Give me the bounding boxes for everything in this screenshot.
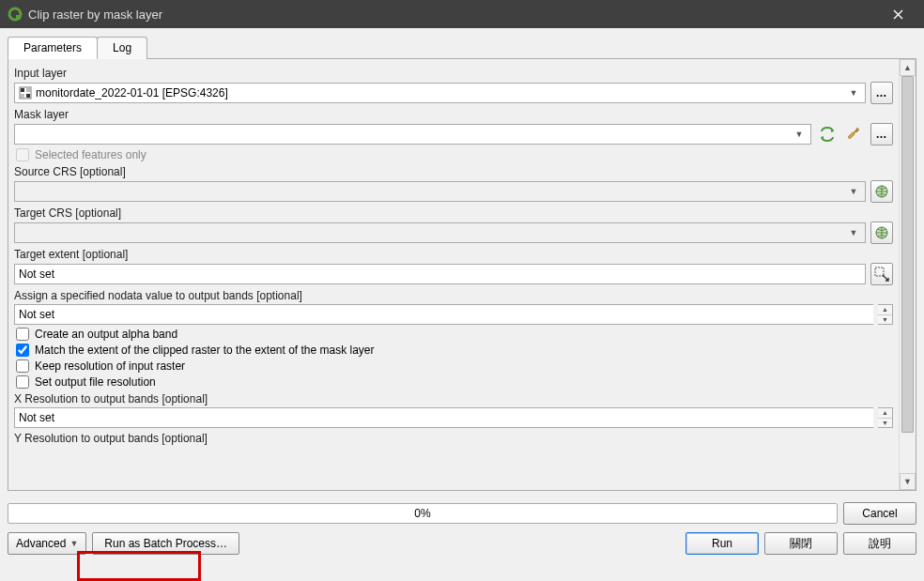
- tab-parameters[interactable]: Parameters: [8, 37, 98, 59]
- vertical-scrollbar[interactable]: ▲ ▼: [899, 59, 916, 490]
- progress-bar: 0%: [8, 503, 838, 524]
- assign-nodata-spinner[interactable]: ▲ ▼: [878, 304, 893, 325]
- spin-down-icon[interactable]: ▼: [878, 419, 892, 428]
- run-button[interactable]: Run: [685, 532, 759, 555]
- keep-resolution-row[interactable]: Keep resolution of input raster: [14, 359, 893, 373]
- mask-layer-browse-button[interactable]: …: [870, 123, 893, 145]
- cancel-button[interactable]: Cancel: [843, 502, 916, 525]
- advanced-label: Advanced: [16, 537, 66, 550]
- label-assign-nodata: Assign a specified nodata value to outpu…: [14, 289, 893, 302]
- source-crs-combo[interactable]: ▼: [14, 181, 866, 202]
- assign-nodata-value: Not set: [19, 308, 54, 321]
- label-keep-resolution: Keep resolution of input raster: [35, 359, 185, 373]
- mask-layer-settings-button[interactable]: [843, 123, 866, 145]
- match-extent-row[interactable]: Match the extent of the clipped raster t…: [14, 344, 893, 357]
- wrench-icon: [845, 125, 864, 144]
- run-as-batch-button[interactable]: Run as Batch Process…: [92, 532, 239, 555]
- x-resolution-value: Not set: [19, 411, 54, 424]
- close-button[interactable]: 關閉: [764, 532, 838, 555]
- titlebar: Clip raster by mask layer: [0, 0, 924, 28]
- keep-resolution-checkbox[interactable]: [16, 359, 29, 373]
- help-button[interactable]: 說明: [843, 532, 916, 555]
- raster-layer-icon: [19, 86, 32, 99]
- mask-layer-combo[interactable]: ▼: [14, 124, 811, 145]
- scroll-up-button[interactable]: ▲: [900, 59, 916, 76]
- dialog-body: Parameters Log Input layer monitordate_2…: [0, 28, 924, 581]
- label-target-crs: Target CRS [optional]: [14, 206, 893, 220]
- target-crs-combo[interactable]: ▼: [14, 222, 866, 243]
- match-extent-checkbox[interactable]: [16, 344, 29, 357]
- label-set-output-res: Set output file resolution: [35, 375, 156, 389]
- scroll-down-button[interactable]: ▼: [900, 473, 916, 490]
- chevron-down-icon: ▼: [846, 228, 861, 237]
- parameters-panel: Input layer monitordate_2022-01-01 [EPSG…: [8, 59, 916, 491]
- create-alpha-checkbox[interactable]: [16, 328, 29, 341]
- create-alpha-row[interactable]: Create an output alpha band: [14, 328, 893, 341]
- label-target-extent: Target extent [optional]: [14, 248, 893, 261]
- input-layer-combo[interactable]: monitordate_2022-01-01 [EPSG:4326] ▼: [14, 83, 866, 103]
- selected-features-only-row: Selected features only: [14, 148, 893, 161]
- spin-up-icon[interactable]: ▲: [878, 408, 892, 419]
- chevron-down-icon: ▼: [69, 539, 78, 548]
- svg-rect-6: [26, 94, 30, 98]
- x-resolution-spinner[interactable]: ▲ ▼: [878, 407, 893, 428]
- label-match-extent: Match the extent of the clipped raster t…: [35, 344, 375, 357]
- footer-row: Advanced ▼ Run as Batch Process… Run 關閉 …: [8, 532, 916, 555]
- selected-features-only-checkbox: [16, 148, 29, 161]
- spin-up-icon[interactable]: ▲: [878, 305, 892, 315]
- assign-nodata-input[interactable]: Not set: [14, 304, 873, 325]
- input-layer-browse-button[interactable]: …: [870, 82, 893, 104]
- svg-rect-1: [16, 15, 21, 20]
- tab-log[interactable]: Log: [97, 37, 147, 59]
- advanced-button[interactable]: Advanced ▼: [8, 532, 86, 555]
- progress-value: 0%: [414, 507, 430, 520]
- extent-picker-icon: [873, 266, 890, 283]
- set-output-res-row[interactable]: Set output file resolution: [14, 375, 893, 389]
- target-crs-select-button[interactable]: [870, 222, 893, 244]
- crs-globe-icon: [873, 183, 890, 200]
- svg-rect-5: [21, 94, 24, 98]
- mask-layer-iterate-button[interactable]: [816, 123, 839, 145]
- crs-globe-icon: [873, 224, 890, 241]
- tabstrip: Parameters Log: [8, 36, 916, 59]
- x-resolution-input[interactable]: Not set: [14, 407, 873, 428]
- window-title: Clip raster by mask layer: [28, 8, 879, 22]
- chevron-down-icon: ▼: [792, 130, 807, 139]
- label-mask-layer: Mask layer: [14, 108, 893, 121]
- progress-row: 0% Cancel: [8, 502, 916, 525]
- input-layer-value: monitordate_2022-01-01 [EPSG:4326]: [36, 86, 846, 99]
- ellipsis-icon: …: [876, 128, 888, 141]
- label-input-layer: Input layer: [14, 67, 893, 80]
- label-x-resolution: X Resolution to output bands [optional]: [14, 392, 893, 405]
- svg-rect-3: [21, 88, 24, 92]
- svg-rect-9: [875, 268, 884, 276]
- window-close-button[interactable]: [879, 0, 916, 28]
- target-extent-value: Not set: [19, 268, 54, 281]
- annotation-highlight: [77, 551, 201, 581]
- qgis-logo-icon: [8, 7, 23, 22]
- set-output-res-checkbox[interactable]: [16, 375, 29, 389]
- parameters-scroll-area: Input layer monitordate_2022-01-01 [EPSG…: [8, 59, 899, 490]
- chevron-down-icon: ▼: [846, 88, 861, 98]
- target-extent-input[interactable]: Not set: [14, 264, 866, 284]
- target-extent-picker-button[interactable]: [870, 263, 893, 285]
- chevron-down-icon: ▼: [846, 187, 861, 196]
- label-y-resolution: Y Resolution to output bands [optional]: [14, 432, 893, 445]
- scrollbar-thumb[interactable]: [901, 76, 914, 433]
- spin-down-icon[interactable]: ▼: [878, 315, 892, 325]
- svg-rect-4: [26, 88, 30, 92]
- label-create-alpha: Create an output alpha band: [35, 328, 177, 341]
- label-source-crs: Source CRS [optional]: [14, 165, 893, 178]
- ellipsis-icon: …: [876, 86, 888, 99]
- iterate-icon: [818, 125, 837, 144]
- label-selected-features-only: Selected features only: [35, 148, 146, 161]
- source-crs-select-button[interactable]: [870, 180, 893, 203]
